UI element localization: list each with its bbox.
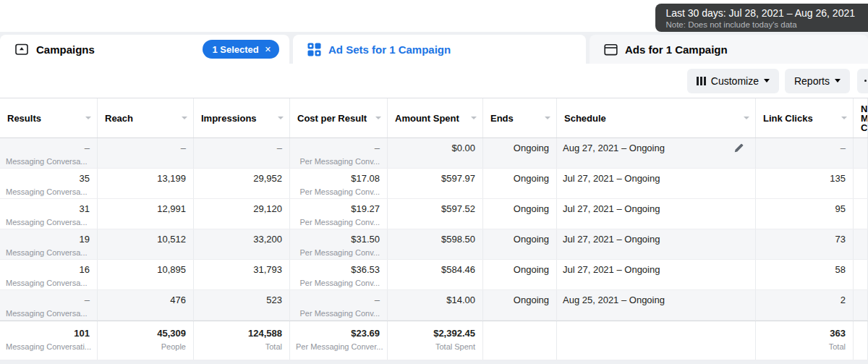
table-row[interactable]: 16Messaging Conversa...10,89531,793$36.5… [0, 260, 868, 290]
cell-value: 101 [6, 328, 90, 339]
cell-value: Ongoing [489, 264, 549, 276]
customize-button[interactable]: Customize [687, 69, 779, 93]
cell-value: 31,793 [200, 264, 282, 276]
column-header-cost[interactable]: Cost per Result [290, 98, 388, 137]
column-header-spent[interactable]: Amount Spent [388, 98, 483, 137]
cell-impressions: – [194, 138, 290, 168]
cell-ends: Ongoing [483, 199, 557, 229]
column-header-label: Cost per Result [297, 113, 367, 124]
column-header-link_clicks[interactable]: Link Clicks [756, 98, 854, 137]
cell-subtitle: Per Messaging Conver... [296, 342, 380, 351]
cell-value: 29,952 [200, 173, 282, 185]
cell-value: 29,120 [200, 203, 282, 215]
cell-value: $598.50 [393, 234, 475, 245]
cell-value: $17.08 [296, 173, 380, 185]
cell-subtitle: Per Messaging Conv... [296, 218, 380, 227]
column-header-impressions[interactable]: Impressions [194, 98, 290, 137]
cell-value: 31 [6, 203, 90, 215]
cell-spent: $598.50 [388, 229, 483, 259]
cell-value: 124,588 [200, 328, 282, 339]
sort-chevron-down-icon [278, 117, 284, 119]
tab-ad-sets-label: Ad Sets for 1 Campaign [328, 43, 451, 56]
cell-link_clicks: 135 [756, 169, 854, 198]
cell-schedule: Aug 25, 2021 – Ongoing [557, 290, 756, 320]
sort-chevron-down-icon [375, 117, 381, 119]
cell-value: 45,309 [103, 328, 186, 339]
cell-reach: 10,895 [98, 260, 194, 289]
selected-count-badge[interactable]: 1 Selected ✕ [203, 40, 279, 59]
cell-results: –Messaging Conversa... [0, 290, 98, 320]
cell-value: 476 [103, 295, 186, 306]
table-row[interactable]: 35Messaging Conversa...13,19929,952$17.0… [0, 169, 868, 199]
cell-cost: $36.53Per Messaging Conv... [290, 260, 388, 289]
cell-extra [854, 138, 868, 168]
cell-schedule: Jul 27, 2021 – Ongoing [557, 229, 756, 259]
cell-schedule: Aug 27, 2021 – Ongoing [557, 138, 756, 168]
cell-impressions: 31,793 [194, 260, 290, 289]
cell-subtitle: Messaging Conversa... [6, 248, 90, 257]
column-header-results[interactable]: Results [0, 98, 98, 137]
cell-subtitle: Per Messaging Conv... [296, 157, 380, 166]
ads-frame-icon [604, 43, 618, 56]
edit-schedule-pencil-icon[interactable] [733, 143, 744, 153]
cell-subtitle: Per Messaging Conv... [296, 187, 380, 196]
cell-cost: $17.08Per Messaging Conv... [290, 169, 388, 198]
cell-value: Ongoing [489, 143, 549, 154]
cell-cost: –Per Messaging Conv... [290, 290, 388, 320]
cell-value: – [296, 143, 380, 154]
cell-impressions: 29,120 [194, 199, 290, 229]
sort-chevron-down-icon [841, 117, 847, 119]
cell-subtitle: Messaging Conversa... [6, 187, 90, 196]
date-range-selector[interactable]: Last 30 days: Jul 28, 2021 – Aug 26, 202… [655, 4, 868, 32]
clear-selection-icon[interactable]: ✕ [265, 46, 271, 54]
cell-results: 31Messaging Conversa... [0, 199, 98, 229]
column-header-reach[interactable]: Reach [98, 98, 194, 137]
sort-chevron-down-icon [182, 117, 187, 119]
cell-value: Jul 27, 2021 – Ongoing [563, 264, 748, 276]
column-header-label: Reach [105, 113, 133, 124]
column-header-label: Impressions [201, 113, 257, 124]
tab-ad-sets[interactable]: Ad Sets for 1 Campaign [293, 35, 586, 64]
column-header-schedule[interactable]: Schedule [557, 98, 756, 137]
cell-value: 2 [762, 295, 846, 306]
cell-value: 19 [6, 234, 90, 245]
topbar: Last 30 days: Jul 28, 2021 – Aug 26, 202… [0, 0, 868, 32]
table-body: –Messaging Conversa...–––Per Messaging C… [0, 138, 868, 360]
more-button-partial[interactable] [857, 69, 868, 93]
column-header-label: Ends [490, 113, 514, 124]
cell-value: 12,991 [103, 203, 186, 215]
cell-link_clicks: – [756, 138, 854, 168]
tab-bar: Campaigns 1 Selected ✕ Ad Sets for 1 Cam… [0, 32, 868, 64]
tab-campaigns[interactable]: Campaigns 1 Selected ✕ [0, 35, 289, 64]
cell-value: 523 [200, 295, 282, 306]
cell-ends: Ongoing [483, 229, 557, 259]
cell-results: 19Messaging Conversa... [0, 229, 98, 259]
cell-schedule: Jul 27, 2021 – Ongoing [557, 169, 756, 198]
tab-ads[interactable]: Ads for 1 Campaign [590, 35, 868, 64]
cell-schedule: Jul 27, 2021 – Ongoing [557, 199, 756, 229]
cell-value: $36.53 [296, 264, 380, 276]
table-row[interactable]: 19Messaging Conversa...10,51233,200$31.5… [0, 229, 868, 260]
sort-chevron-down-icon [545, 117, 550, 119]
sort-chevron-down-icon [85, 117, 91, 119]
table-row[interactable]: –Messaging Conversa...–––Per Messaging C… [0, 138, 868, 169]
cell-value: Ongoing [489, 203, 549, 215]
cell-value: 95 [762, 203, 846, 215]
reports-button-label: Reports [794, 75, 830, 87]
cell-value: Jul 27, 2021 – Ongoing [563, 173, 748, 185]
reports-button[interactable]: Reports [785, 69, 850, 93]
cell-value: – [103, 143, 186, 154]
cell-spent: $597.52 [388, 199, 483, 229]
table-row[interactable]: –Messaging Conversa...476523–Per Messagi… [0, 290, 868, 321]
customize-button-label: Customize [711, 75, 759, 87]
cell-impressions: 33,200 [194, 229, 290, 259]
cell-schedule [557, 321, 756, 360]
column-header-ends[interactable]: Ends [483, 98, 557, 137]
cell-value: $0.00 [393, 143, 475, 154]
cell-reach: 476 [98, 290, 194, 320]
columns-icon [697, 77, 706, 85]
table-row[interactable]: 31Messaging Conversa...12,99129,120$19.2… [0, 199, 868, 229]
ad-sets-table: ResultsReachImpressionsCost per ResultAm… [0, 98, 868, 360]
column-header-extra[interactable]: Ne Me Co [854, 98, 868, 137]
cell-value: Ongoing [489, 234, 549, 245]
